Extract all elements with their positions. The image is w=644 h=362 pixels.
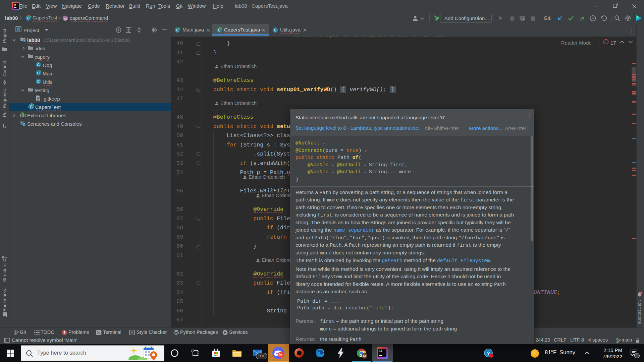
svg-text:C: C [218, 28, 221, 32]
svg-text:C: C [27, 16, 30, 20]
svg-text:C: C [30, 105, 33, 109]
svg-text:m: m [64, 17, 67, 20]
svg-text:C: C [37, 79, 40, 83]
svg-text:C: C [37, 63, 40, 67]
svg-text:C: C [274, 28, 277, 32]
svg-text:C: C [37, 71, 40, 75]
svg-text:C: C [176, 28, 179, 32]
